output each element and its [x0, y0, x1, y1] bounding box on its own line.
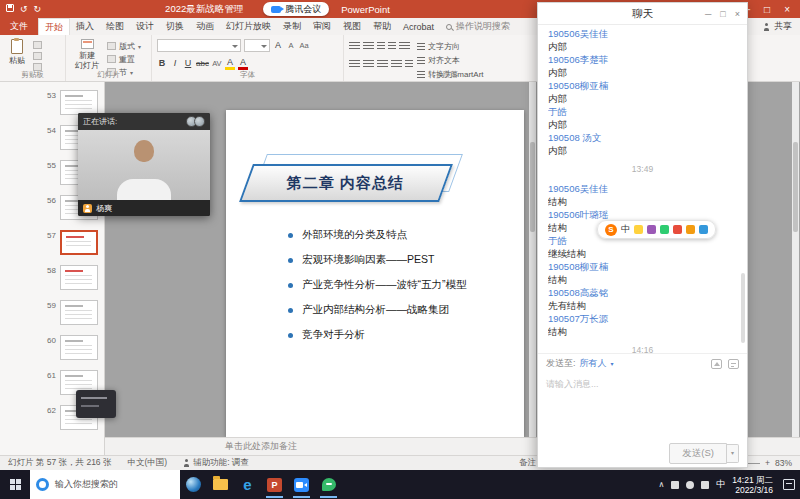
ime-mode-icon[interactable]: 中 [621, 223, 630, 236]
increase-font-button[interactable]: A [273, 39, 283, 52]
tray-icon[interactable] [701, 481, 709, 489]
increase-indent-icon[interactable] [388, 42, 396, 50]
meeting-notification-popup[interactable] [76, 390, 116, 418]
font-size-select[interactable] [244, 39, 270, 52]
tray-icon[interactable] [671, 481, 679, 489]
edge-taskbar-icon[interactable]: e [234, 470, 261, 499]
tencent-meeting-chip[interactable]: 腾讯会议 [263, 2, 329, 16]
font-name-select[interactable] [157, 39, 241, 52]
send-options-button[interactable]: ▾ [727, 444, 739, 463]
copy-icon[interactable] [33, 52, 42, 60]
skin-icon[interactable] [647, 225, 656, 234]
send-button[interactable]: 发送(S) [669, 443, 727, 464]
slide-bullet-list[interactable]: 外部环境的分类及特点 宏观环境影响因素——PEST 产业竞争性分析——波特“五力… [288, 228, 467, 353]
image-icon[interactable] [711, 359, 722, 369]
language-indicator[interactable]: 中文(中国) [127, 457, 167, 469]
zoom-level[interactable]: 83% [775, 458, 792, 468]
accessibility-status[interactable]: 辅助功能: 调查 [183, 457, 249, 469]
italic-button[interactable]: I [170, 57, 180, 70]
change-case-button[interactable]: Aa [299, 39, 309, 52]
sendto-select[interactable]: 所有人 [580, 357, 607, 370]
underline-button[interactable]: U [183, 57, 193, 70]
bullet-list-icon[interactable] [349, 42, 360, 50]
align-right-icon[interactable] [377, 60, 388, 68]
tab-file[interactable]: 文件 [0, 18, 38, 35]
font-color-button[interactable]: A [238, 57, 248, 70]
tab-home[interactable]: 开始 [38, 18, 70, 35]
toolbox-icon[interactable] [699, 225, 708, 234]
align-left-icon[interactable] [349, 60, 360, 68]
share-button[interactable]: 共享 [763, 18, 792, 35]
meeting-taskbar-icon[interactable] [288, 470, 315, 499]
window-scrollbar[interactable] [792, 82, 799, 437]
restore-button[interactable]: □ [764, 4, 770, 15]
editor-scrollbar[interactable] [529, 82, 536, 437]
slide-thumbnail[interactable] [60, 265, 98, 290]
zoom-in-button[interactable]: + [765, 458, 770, 468]
ime-toolbar[interactable]: S 中 [597, 220, 716, 239]
undo-icon[interactable]: ↺ [20, 5, 28, 14]
justify-icon[interactable] [391, 60, 402, 68]
action-center-button[interactable] [783, 479, 795, 490]
start-button[interactable] [0, 470, 30, 499]
strikethrough-button[interactable]: abc [196, 57, 209, 70]
sogou-logo-icon[interactable]: S [605, 224, 617, 236]
chat-scrollbar[interactable] [741, 27, 745, 351]
tab-design[interactable]: 设计 [130, 18, 160, 35]
tab-transitions[interactable]: 切换 [160, 18, 190, 35]
slide-title-shape[interactable]: 第二章 内容总结 [239, 164, 453, 202]
chat-maximize-button[interactable]: □ [720, 9, 725, 19]
voice-icon[interactable] [660, 225, 669, 234]
thumbnail-57-selected[interactable]: 57 [0, 230, 98, 257]
emoji-icon[interactable] [634, 225, 643, 234]
tab-draw[interactable]: 绘图 [100, 18, 130, 35]
decrease-font-button[interactable]: A [286, 39, 296, 52]
chat-message-list[interactable]: 190506吴佳佳 内部 190506李楚菲 内部 190508柳亚楠 内部 于… [538, 25, 747, 353]
file-explorer-taskbar-icon[interactable] [207, 470, 234, 499]
ime-indicator[interactable]: 中 [716, 478, 725, 491]
slide-canvas[interactable]: 第二章 内容总结 外部环境的分类及特点 宏观环境影响因素——PEST 产业竞争性… [226, 110, 524, 437]
tab-review[interactable]: 审阅 [307, 18, 337, 35]
slide-thumbnail[interactable] [60, 230, 98, 255]
slide-thumbnail[interactable] [60, 300, 98, 325]
layout-button[interactable]: 版式 ▾ [107, 41, 141, 51]
search-icon[interactable] [686, 225, 695, 234]
tab-insert[interactable]: 插入 [70, 18, 100, 35]
meeting-overlay-header[interactable]: 正在讲话: [78, 113, 210, 130]
chat-minimize-button[interactable]: ─ [705, 9, 711, 19]
save-icon[interactable] [6, 4, 14, 14]
notes-toggle[interactable]: 备注 [519, 457, 536, 469]
slide-thumbnail[interactable] [60, 335, 98, 360]
text-direction-button[interactable]: 文字方向 [417, 41, 484, 52]
chat-titlebar[interactable]: 聊天 ─ □ × [538, 3, 747, 25]
speaker-video[interactable] [78, 130, 210, 200]
chat-history-icon[interactable] [728, 359, 739, 369]
new-slide-button[interactable]: 新建 幻灯片 [71, 38, 103, 71]
tab-animations[interactable]: 动画 [190, 18, 220, 35]
browser-taskbar-icon[interactable] [180, 470, 207, 499]
taskbar-clock[interactable]: 14:21 周二 2022/3/16 [732, 475, 773, 495]
thumbnail-59[interactable]: 59 [0, 300, 98, 327]
redo-icon[interactable]: ↻ [34, 5, 42, 14]
cut-icon[interactable] [33, 41, 42, 49]
tab-view[interactable]: 视图 [337, 18, 367, 35]
character-spacing-button[interactable]: AV [212, 57, 222, 70]
align-text-button[interactable]: 对齐文本 [417, 55, 484, 66]
columns-icon[interactable] [405, 60, 413, 68]
bold-button[interactable]: B [157, 57, 167, 70]
tellme-box[interactable]: 操作说明搜索 [446, 18, 510, 35]
tab-record[interactable]: 录制 [277, 18, 307, 35]
align-center-icon[interactable] [363, 60, 374, 68]
hidden-icons-button[interactable]: ∧ [659, 480, 665, 489]
thumbnail-58[interactable]: 58 [0, 265, 98, 292]
tab-acrobat[interactable]: Acrobat [397, 18, 440, 35]
decrease-indent-icon[interactable] [377, 42, 385, 50]
taskbar-search[interactable]: 输入你想搜索的 [30, 470, 180, 499]
meeting-video-overlay[interactable]: 正在讲话: 杨爽 [78, 113, 210, 216]
powerpoint-taskbar-icon[interactable]: P [261, 470, 288, 499]
tray-icon[interactable] [686, 481, 694, 489]
thumbnail-60[interactable]: 60 [0, 335, 98, 362]
paste-button[interactable]: 粘贴 [5, 38, 29, 66]
highlight-color-button[interactable]: A [225, 57, 235, 70]
numbered-list-icon[interactable] [363, 42, 374, 50]
